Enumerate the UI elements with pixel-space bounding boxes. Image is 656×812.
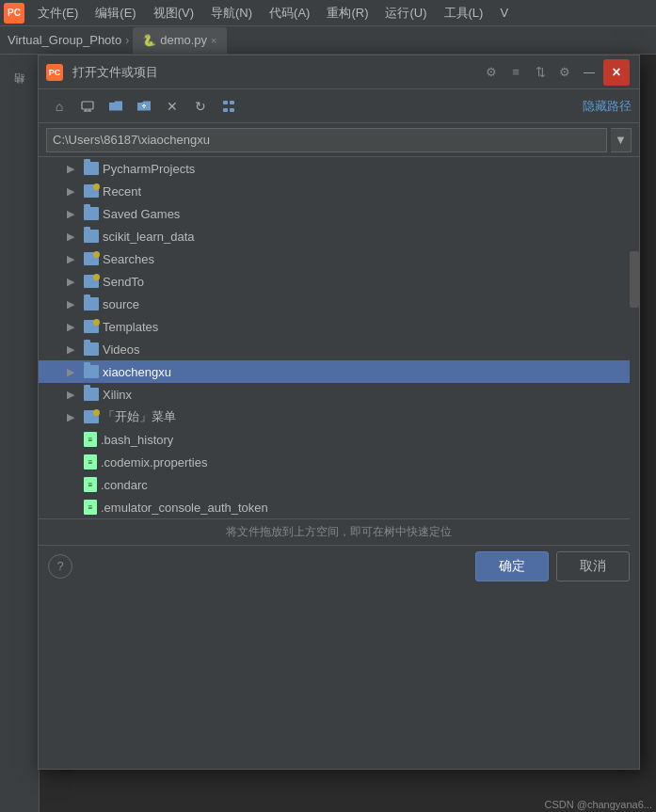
menu-file[interactable]: 文件(E) [30, 3, 86, 24]
tree-arrow-icon[interactable]: ▶ [67, 298, 80, 310]
tree-arrow-icon[interactable]: ▶ [67, 389, 80, 401]
path-bar: ▼ [39, 123, 639, 157]
svg-rect-5 [230, 101, 234, 104]
tree-item-label: .codemix.properties [101, 455, 207, 470]
close-button[interactable]: × [603, 59, 630, 86]
network-button[interactable] [216, 94, 242, 119]
folder-icon [84, 388, 99, 401]
tree-item[interactable]: ▶Saved Games [39, 202, 639, 225]
tree-item[interactable]: ▶Searches [39, 247, 639, 270]
tree-item[interactable]: ▶「开始」菜单 [39, 406, 639, 428]
tree-item[interactable]: ≡.bash_history [39, 428, 639, 451]
file-tree[interactable]: ▶PycharmProjects▶Recent▶Saved Games▶scik… [39, 157, 639, 518]
tree-item-label: .condarc [101, 478, 148, 492]
tab-area: 🐍 demo.py × [133, 27, 226, 54]
tree-item-label: SendTo [103, 275, 144, 289]
menu-edit[interactable]: 编辑(E) [88, 3, 143, 24]
menu-run[interactable]: 运行(U) [377, 3, 434, 24]
refresh-button[interactable]: ↻ [187, 94, 214, 119]
folder-icon [84, 297, 99, 310]
svg-rect-4 [223, 101, 228, 104]
tree-item-label: scikit_learn_data [103, 230, 195, 244]
action-bar: ? 确定 取消 [39, 545, 639, 586]
scrollbar[interactable] [630, 157, 639, 701]
file-dialog: PC 打开文件或项目 ⚙ ≡ ⇅ ⚙ — × ⌂ [38, 55, 640, 770]
tab-demo-py[interactable]: 🐍 demo.py × [133, 27, 226, 54]
tree-arrow-icon[interactable]: ▶ [67, 276, 80, 288]
dialog-header-actions: ⚙ ≡ ⇅ ⚙ — × [481, 59, 630, 86]
menu-navigate[interactable]: 导航(N) [203, 3, 260, 24]
folder-up-button[interactable] [131, 94, 157, 119]
tree-item[interactable]: ▶Templates [39, 315, 639, 338]
sort-icon[interactable]: ⇅ [530, 62, 551, 83]
folder-special-icon [84, 275, 99, 288]
menu-more[interactable]: V [492, 4, 516, 22]
confirm-button[interactable]: 确定 [475, 551, 549, 581]
breadcrumb-separator: › [125, 34, 129, 47]
folder-icon [84, 342, 99, 356]
tree-arrow-icon[interactable]: ▶ [67, 231, 80, 243]
tree-item[interactable]: ▶Xilinx [39, 383, 639, 406]
tree-arrow-icon[interactable]: ▶ [67, 366, 80, 378]
computer-button[interactable] [74, 94, 101, 119]
tree-arrow-icon[interactable]: ▶ [67, 185, 80, 198]
scrollbar-thumb[interactable] [630, 251, 639, 308]
tree-arrow-icon[interactable]: ▶ [67, 321, 80, 333]
menu-view[interactable]: 视图(V) [146, 3, 201, 24]
tree-item[interactable]: ▶PycharmProjects [39, 157, 639, 180]
tree-arrow-icon[interactable]: ▶ [67, 343, 80, 356]
tree-item[interactable]: ▶Videos [39, 338, 639, 360]
path-dropdown-button[interactable]: ▼ [611, 128, 632, 152]
menu-bar: PC 文件(E) 编辑(E) 视图(V) 导航(N) 代码(A) 重构(R) 运… [0, 0, 656, 26]
tree-item[interactable]: ▶scikit_learn_data [39, 225, 639, 247]
tree-arrow-icon[interactable]: ▶ [67, 253, 80, 265]
tree-item[interactable]: ≡.codemix.properties [39, 451, 639, 473]
tree-arrow-icon[interactable]: ▶ [67, 411, 80, 423]
tree-item-label: Searches [103, 252, 154, 266]
toolbar-buttons: ⌂ ✕ ↻ [46, 94, 242, 119]
dialog-header: PC 打开文件或项目 ⚙ ≡ ⇅ ⚙ — × [39, 56, 639, 89]
tree-arrow-icon[interactable]: ▶ [67, 208, 80, 220]
folder-special-icon [84, 184, 99, 198]
settings-icon[interactable]: ⚙ [481, 62, 502, 83]
folder-special-icon [84, 252, 99, 265]
folder-button[interactable] [103, 94, 129, 119]
hide-path-link[interactable]: 隐藏路径 [583, 98, 632, 115]
tree-arrow-icon[interactable]: ▶ [67, 163, 80, 175]
menu-refactor[interactable]: 重构(R) [319, 3, 376, 24]
breadcrumb-project[interactable]: Virtual_Group_Photo [8, 33, 121, 47]
tree-item[interactable]: ▶Recent [39, 180, 639, 202]
dialog-toolbar: ⌂ ✕ ↻ 隐藏路径 [39, 89, 639, 123]
dialog-panel-actions: ⚙ ≡ ⇅ ⚙ — [481, 62, 600, 83]
delete-button[interactable]: ✕ [159, 94, 185, 119]
folder-special-icon [84, 320, 99, 333]
svg-rect-0 [82, 102, 93, 109]
dialog-title-text: 打开文件或项目 [72, 64, 158, 81]
tab-label: demo.py [160, 33, 207, 47]
svg-rect-6 [223, 108, 228, 112]
tree-item[interactable]: ▶xiaochengxu [39, 360, 639, 383]
menu-tools[interactable]: 工具(L) [437, 3, 491, 24]
tree-item-label: Templates [103, 320, 158, 334]
menu-code[interactable]: 代码(A) [262, 3, 317, 24]
file-icon: ≡ [84, 454, 97, 470]
bg-sidebar: 结构 [0, 55, 40, 812]
home-button[interactable]: ⌂ [46, 94, 72, 119]
help-button[interactable]: ? [48, 554, 72, 579]
tree-item-label: Recent [103, 184, 141, 199]
gear-icon[interactable]: ⚙ [554, 62, 575, 83]
list-icon[interactable]: ≡ [505, 62, 526, 83]
minimize-icon[interactable]: — [579, 62, 600, 83]
cancel-button[interactable]: 取消 [556, 551, 630, 581]
file-icon: ≡ [84, 432, 97, 447]
tree-item[interactable]: ▶source [39, 293, 639, 315]
breadcrumb-bar: Virtual_Group_Photo › 🐍 demo.py × [0, 26, 656, 55]
path-input[interactable] [46, 128, 607, 152]
tree-item[interactable]: ≡.condarc [39, 473, 639, 496]
status-bar: 将文件拖放到上方空间，即可在树中快速定位 [39, 518, 639, 545]
drag-hint-text: 将文件拖放到上方空间，即可在树中快速定位 [226, 524, 452, 540]
tab-close-icon[interactable]: × [211, 35, 216, 46]
tree-item[interactable]: ▶SendTo [39, 270, 639, 293]
tree-item-label: .bash_history [101, 433, 173, 447]
tree-item[interactable]: ≡.emulator_console_auth_token [39, 496, 639, 518]
